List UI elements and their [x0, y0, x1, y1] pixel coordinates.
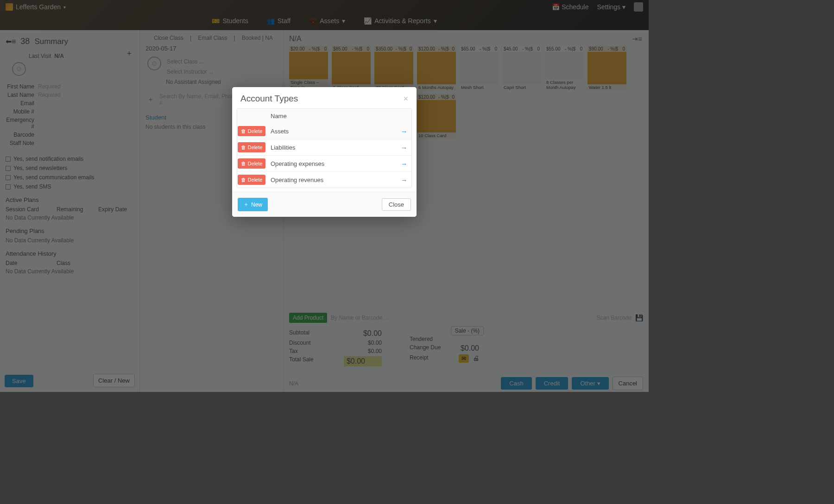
account-type-row: 🗑Delete Operating expenses →: [237, 155, 411, 171]
arrow-right-icon[interactable]: →: [397, 173, 411, 187]
arrow-right-icon[interactable]: →: [397, 125, 411, 138]
account-type-name: Assets: [266, 124, 397, 139]
trash-icon: 🗑: [241, 161, 246, 166]
close-button[interactable]: Close: [382, 198, 411, 211]
account-type-row: 🗑Delete Assets →: [237, 123, 411, 139]
delete-button[interactable]: 🗑Delete: [238, 175, 266, 185]
account-type-row: 🗑Delete Liabilities →: [237, 139, 411, 155]
close-icon[interactable]: ×: [403, 94, 408, 104]
delete-button[interactable]: 🗑Delete: [238, 142, 266, 152]
delete-button[interactable]: 🗑Delete: [238, 158, 266, 169]
account-type-name: Liabilities: [266, 140, 397, 155]
arrow-right-icon[interactable]: →: [397, 157, 411, 170]
name-column-header: Name: [266, 109, 397, 123]
delete-button[interactable]: 🗑Delete: [238, 126, 266, 136]
new-button[interactable]: ＋New: [238, 198, 268, 211]
trash-icon: 🗑: [241, 128, 246, 134]
trash-icon: 🗑: [241, 177, 246, 183]
account-type-row: 🗑Delete Operating revenues →: [237, 171, 411, 188]
account-types-modal: Account Types × Name 🗑Delete Assets →🗑De…: [232, 87, 417, 217]
plus-217-icon: ＋: [243, 201, 249, 208]
account-type-name: Operating revenues: [266, 173, 397, 187]
account-type-name: Operating expenses: [266, 157, 397, 171]
modal-title: Account Types: [240, 94, 298, 104]
arrow-right-icon[interactable]: →: [397, 141, 411, 154]
trash-icon: 🗑: [241, 145, 246, 150]
